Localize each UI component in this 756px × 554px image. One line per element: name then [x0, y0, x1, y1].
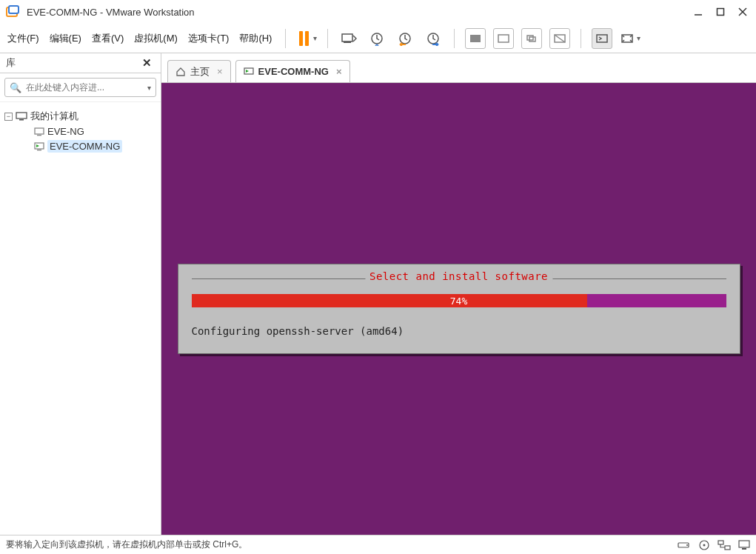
titlebar: EVE-COMM-NG - VMware Workstation — [0, 0, 756, 24]
library-sidebar: 库 ✕ 🔍 ▾ − 我的计算机 EVE-NG — [0, 53, 161, 535]
library-tree: − 我的计算机 EVE-NG EVE-COMM-NG — [0, 102, 161, 160]
svg-point-31 — [703, 544, 706, 546]
svg-rect-19 — [16, 113, 27, 119]
status-hint: 要将输入定向到该虚拟机，请在虚拟机内部单击或按 Ctrl+G。 — [6, 538, 247, 551]
tree-item-label: EVE-NG — [47, 126, 84, 137]
snapshot-manager-button[interactable] — [423, 28, 444, 49]
svg-rect-22 — [37, 135, 41, 136]
sidebar-search[interactable]: 🔍 ▾ — [4, 78, 156, 97]
close-button[interactable] — [738, 7, 747, 16]
svg-rect-12 — [498, 35, 509, 42]
svg-rect-32 — [718, 541, 723, 544]
tab-close-button[interactable]: × — [217, 66, 223, 77]
svg-rect-20 — [19, 119, 24, 121]
svg-rect-33 — [725, 546, 730, 550]
tree-root-my-computer[interactable]: − 我的计算机 — [4, 108, 156, 124]
tree-item-label: EVE-COMM-NG — [47, 140, 122, 153]
svg-rect-14 — [529, 37, 535, 41]
separator — [454, 29, 455, 48]
console-view-button[interactable] — [592, 28, 612, 49]
svg-rect-6 — [342, 34, 352, 41]
stretch-guest-button[interactable]: ▾ — [620, 28, 640, 49]
status-bar: 要将输入定向到该虚拟机，请在虚拟机内部单击或按 Ctrl+G。 — [0, 535, 756, 554]
maximize-button[interactable] — [716, 7, 725, 16]
disk-status-icon[interactable] — [678, 540, 691, 550]
search-icon: 🔍 — [10, 82, 21, 93]
installer-section-title: Select and install software — [365, 270, 552, 282]
svg-line-16 — [555, 35, 565, 42]
tab-home-label: 主页 — [190, 65, 210, 79]
menu-vm[interactable]: 虚拟机(M) — [134, 32, 178, 45]
installer-progress-bar: 74% — [192, 294, 726, 307]
app-icon — [6, 5, 19, 19]
menubar: 文件(F) 编辑(E) 查看(V) 虚拟机(M) 选项卡(T) 帮助(H) ▾ — [0, 24, 756, 53]
svg-rect-7 — [344, 41, 351, 43]
svg-rect-3 — [717, 9, 724, 16]
tab-vm[interactable]: EVE-COMM-NG × — [235, 60, 350, 82]
svg-rect-24 — [37, 150, 41, 150]
svg-rect-1 — [9, 6, 19, 13]
sidebar-search-input[interactable] — [26, 82, 143, 93]
network-status-icon[interactable] — [717, 540, 731, 550]
svg-point-29 — [686, 544, 688, 546]
view-unity-button[interactable] — [549, 28, 570, 49]
separator — [581, 29, 581, 48]
menu-file[interactable]: 文件(F) — [7, 32, 39, 45]
chevron-down-icon: ▾ — [313, 34, 317, 42]
tree-root-label: 我的计算机 — [30, 110, 78, 123]
svg-rect-13 — [527, 36, 533, 40]
tabs-row: 主页 × EVE-COMM-NG × — [161, 53, 756, 83]
svg-rect-21 — [35, 128, 44, 134]
menu-help[interactable]: 帮助(H) — [239, 32, 272, 45]
home-icon — [175, 67, 186, 77]
svg-rect-35 — [742, 548, 746, 550]
installer-status-text: Configuring openssh-server (amd64) — [192, 325, 726, 337]
installer-dialog: Select and install software 74% Configur… — [178, 264, 740, 354]
chevron-down-icon[interactable]: ▾ — [147, 84, 151, 92]
chevron-down-icon: ▾ — [637, 34, 640, 42]
snapshot-button[interactable] — [367, 28, 387, 49]
menu-tabs[interactable]: 选项卡(T) — [188, 32, 230, 45]
separator — [285, 29, 286, 48]
svg-marker-25 — [36, 144, 39, 147]
cd-status-icon[interactable] — [698, 539, 710, 551]
vm-running-icon — [34, 142, 44, 151]
toolbar: ▾ — [299, 28, 640, 49]
svg-rect-34 — [739, 541, 749, 547]
vm-console[interactable]: Select and install software 74% Configur… — [161, 83, 756, 535]
tree-item-eve-ng[interactable]: EVE-NG — [4, 124, 156, 138]
tab-close-button[interactable]: × — [336, 66, 342, 77]
window-title: EVE-COMM-NG - VMware Workstation — [27, 7, 195, 18]
installer-progress-text: 74% — [192, 294, 726, 307]
menu-view[interactable]: 查看(V) — [92, 32, 124, 45]
menu-edit[interactable]: 编辑(E) — [50, 32, 81, 45]
tab-vm-label: EVE-COMM-NG — [258, 66, 329, 77]
pause-vm-button[interactable]: ▾ — [299, 31, 317, 46]
tab-home[interactable]: 主页 × — [167, 60, 231, 82]
tree-item-eve-comm-ng[interactable]: EVE-COMM-NG — [4, 138, 156, 154]
revert-snapshot-button[interactable] — [395, 28, 415, 49]
svg-marker-27 — [246, 70, 249, 73]
view-fullscreen-button[interactable] — [521, 28, 542, 49]
svg-rect-11 — [470, 35, 481, 42]
vm-icon — [34, 127, 44, 136]
view-single-button[interactable] — [465, 28, 486, 49]
separator — [327, 29, 328, 48]
collapse-icon[interactable]: − — [4, 113, 13, 121]
sidebar-close-button[interactable]: ✕ — [139, 56, 155, 70]
display-status-icon[interactable] — [738, 540, 750, 550]
sidebar-title: 库 — [6, 56, 16, 70]
minimize-button[interactable] — [694, 7, 703, 16]
send-ctrl-alt-del-button[interactable] — [338, 28, 359, 49]
view-multi-button[interactable] — [493, 28, 514, 49]
computer-icon — [16, 112, 27, 121]
vm-running-icon — [244, 67, 254, 76]
